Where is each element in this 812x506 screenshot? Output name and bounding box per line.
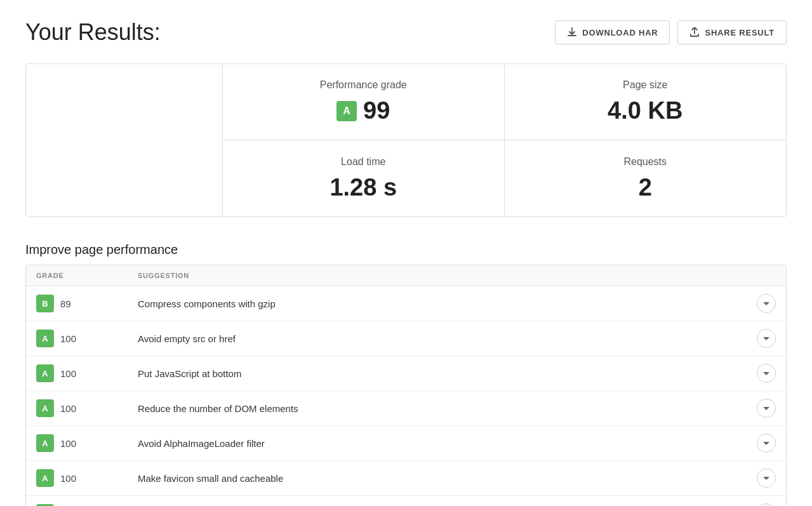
row-grade-badge: A bbox=[36, 399, 54, 417]
expand-row-button[interactable] bbox=[757, 503, 776, 506]
expand-row-button[interactable] bbox=[757, 469, 776, 488]
expand-row-button[interactable] bbox=[757, 364, 776, 383]
stats-grid: Performance grade A 99 Page size 4.0 KB … bbox=[25, 63, 787, 217]
header: Your Results: DOWNLOAD HAR SHARE RESULT bbox=[25, 19, 787, 46]
share-result-button[interactable]: SHARE RESULT bbox=[677, 20, 787, 44]
chevron-down-icon bbox=[763, 442, 769, 445]
row-grade-badge: A bbox=[36, 434, 54, 452]
table-row: A 100 Avoid AlphaImageLoader filter bbox=[26, 426, 786, 461]
row-grade-badge: B bbox=[36, 295, 54, 312]
performance-grade-number: 99 bbox=[363, 97, 390, 124]
share-icon bbox=[689, 27, 700, 37]
chart-area bbox=[26, 64, 223, 216]
page-size-value: 4.0 KB bbox=[608, 97, 682, 124]
row-suggestion: Avoid empty src or href bbox=[138, 333, 750, 344]
performance-grade-label: Performance grade bbox=[320, 79, 407, 91]
performance-table: GRADE SUGGESTION B 89 Compress component… bbox=[25, 265, 787, 506]
table-row: A 100 Avoid HTTP 404 (Not Found) error bbox=[26, 496, 786, 506]
row-suggestion: Put JavaScript at bottom bbox=[138, 368, 750, 379]
requests-label: Requests bbox=[623, 156, 667, 168]
row-suggestion: Avoid AlphaImageLoader filter bbox=[138, 438, 750, 449]
row-grade-cell: A 100 bbox=[36, 330, 138, 347]
row-suggestion: Compress components with gzip bbox=[138, 298, 750, 309]
row-grade-cell: B 89 bbox=[36, 295, 138, 312]
download-har-button[interactable]: DOWNLOAD HAR bbox=[555, 20, 670, 44]
performance-grade-badge: A bbox=[336, 101, 357, 121]
table-row: A 100 Avoid empty src or href bbox=[26, 321, 786, 356]
improve-title: Improve page performance bbox=[25, 243, 787, 257]
row-suggestion: Reduce the number of DOM elements bbox=[138, 403, 750, 414]
table-header: GRADE SUGGESTION bbox=[26, 265, 786, 286]
table-row: B 89 Compress components with gzip bbox=[26, 286, 786, 321]
page-size-card: Page size 4.0 KB bbox=[505, 64, 787, 140]
performance-grade-card: Performance grade A 99 bbox=[223, 64, 505, 140]
row-score: 89 bbox=[60, 298, 71, 309]
requests-card: Requests 2 bbox=[505, 140, 787, 216]
row-grade-cell: A 100 bbox=[36, 469, 138, 487]
row-grade-cell: A 100 bbox=[36, 364, 138, 382]
table-row: A 100 Make favicon small and cacheable bbox=[26, 461, 786, 496]
expand-row-button[interactable] bbox=[757, 399, 776, 418]
suggestion-column-header: SUGGESTION bbox=[138, 272, 750, 279]
row-suggestion: Make favicon small and cacheable bbox=[138, 473, 750, 484]
chevron-down-icon bbox=[763, 372, 769, 375]
expand-row-button[interactable] bbox=[757, 434, 776, 453]
row-grade-cell: A 100 bbox=[36, 434, 138, 452]
improve-section: Improve page performance GRADE SUGGESTIO… bbox=[25, 243, 787, 506]
row-score: 100 bbox=[60, 473, 76, 484]
header-buttons: DOWNLOAD HAR SHARE RESULT bbox=[555, 20, 787, 44]
requests-value: 2 bbox=[639, 174, 652, 201]
row-grade-badge: A bbox=[36, 469, 54, 487]
expand-row-button[interactable] bbox=[757, 294, 776, 313]
performance-grade-value: A 99 bbox=[336, 97, 390, 124]
load-time-label: Load time bbox=[341, 156, 385, 168]
load-time-value: 1.28 s bbox=[329, 174, 397, 201]
chevron-down-icon bbox=[763, 302, 769, 305]
chevron-down-icon bbox=[763, 407, 769, 410]
row-grade-badge: A bbox=[36, 330, 54, 347]
table-row: A 100 Reduce the number of DOM elements bbox=[26, 391, 786, 426]
page-title: Your Results: bbox=[25, 19, 161, 46]
row-grade-cell: A 100 bbox=[36, 399, 138, 417]
table-rows: B 89 Compress components with gzip A 100… bbox=[26, 286, 786, 506]
row-score: 100 bbox=[60, 403, 76, 414]
row-score: 100 bbox=[60, 368, 76, 379]
load-time-card: Load time 1.28 s bbox=[223, 140, 505, 216]
chevron-down-icon bbox=[763, 477, 769, 480]
row-grade-badge: A bbox=[36, 364, 54, 382]
row-score: 100 bbox=[60, 438, 76, 449]
chevron-down-icon bbox=[763, 337, 769, 340]
grade-column-header: GRADE bbox=[36, 272, 138, 279]
expand-row-button[interactable] bbox=[757, 329, 776, 348]
download-icon bbox=[567, 27, 577, 37]
row-score: 100 bbox=[60, 333, 76, 344]
table-row: A 100 Put JavaScript at bottom bbox=[26, 356, 786, 391]
page-size-label: Page size bbox=[623, 79, 667, 91]
